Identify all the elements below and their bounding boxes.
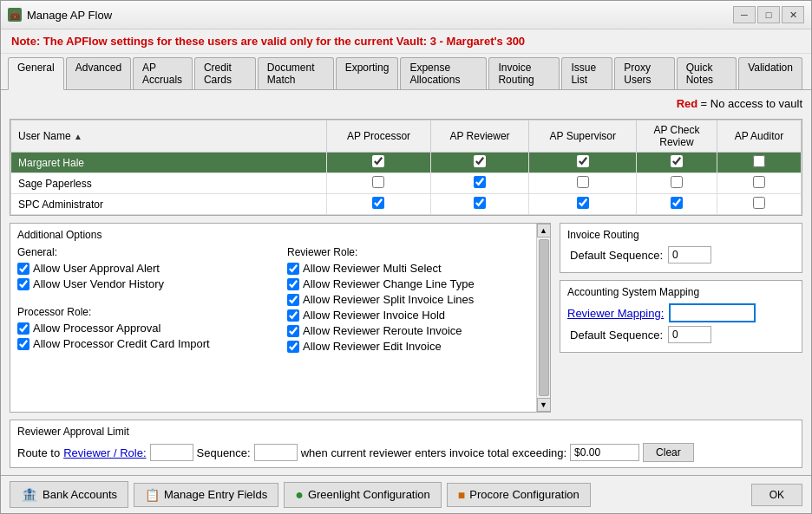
- col-ap-processor[interactable]: AP Processor: [327, 120, 430, 153]
- maximize-button[interactable]: □: [757, 6, 780, 23]
- tab-advanced[interactable]: Advanced: [66, 57, 131, 89]
- col-ap-supervisor[interactable]: AP Supervisor: [529, 120, 637, 153]
- reviewer-split-invoice-checkbox[interactable]: [287, 294, 299, 306]
- manage-entry-fields-button[interactable]: 📋 Manage Entry Fields: [134, 483, 278, 507]
- legend-description: = No access to vault: [701, 97, 802, 110]
- ap-reviewer-cell: [430, 194, 529, 215]
- minimize-button[interactable]: ─: [733, 6, 756, 23]
- reviewer-mapping-input[interactable]: [669, 303, 756, 322]
- tab-validation[interactable]: Validation: [738, 57, 802, 89]
- tab-credit-cards[interactable]: Credit Cards: [194, 57, 256, 89]
- ap-supervisor-checkbox[interactable]: [577, 176, 589, 188]
- ap-processor-checkbox[interactable]: [372, 197, 384, 209]
- processor-cc-import-checkbox[interactable]: [17, 338, 29, 350]
- col-ap-auditor[interactable]: AP Auditor: [717, 120, 801, 153]
- greenlight-label: Greenlight Configuration: [308, 488, 430, 501]
- reviewer-mapping-link[interactable]: Reviewer Mapping:: [567, 307, 664, 320]
- greenlight-configuration-button[interactable]: ● Greenlight Configuration: [284, 482, 442, 508]
- user-name-cell: SPC Administrator: [11, 194, 327, 215]
- reviewer-edit-invoice-label: Allow Reviewer Edit Invoice: [303, 340, 442, 353]
- reviewer-reroute-checkbox[interactable]: [287, 325, 299, 337]
- tab-quick-notes[interactable]: Quick Notes: [677, 57, 737, 89]
- additional-options-title: Additional Options: [17, 229, 543, 241]
- ap-reviewer-cell: [430, 173, 529, 194]
- option-reviewer-reroute: Allow Reviewer Reroute Invoice: [287, 324, 543, 337]
- ap-processor-cell: [327, 153, 430, 173]
- tab-document-match[interactable]: Document Match: [258, 57, 334, 89]
- tab-issue-list[interactable]: Issue List: [561, 57, 612, 89]
- bank-accounts-icon: 🏦: [21, 486, 38, 503]
- ap-check-review-cell: [637, 173, 717, 194]
- invoice-routing-sequence-input[interactable]: [668, 246, 711, 264]
- scroll-up-arrow[interactable]: ▲: [537, 224, 551, 237]
- ap-reviewer-checkbox[interactable]: [474, 197, 486, 209]
- col-ap-reviewer[interactable]: AP Reviewer: [430, 120, 529, 153]
- col-user-name[interactable]: User Name ▲: [11, 120, 327, 153]
- ap-check-review-checkbox[interactable]: [671, 197, 683, 209]
- ap-supervisor-cell: [529, 194, 637, 215]
- clear-button[interactable]: Clear: [643, 443, 694, 462]
- scrollbar[interactable]: ▲ ▼: [536, 224, 550, 412]
- reviewer-multi-select-label: Allow Reviewer Multi Select: [303, 262, 442, 275]
- ap-auditor-cell: [717, 173, 801, 194]
- ap-reviewer-checkbox[interactable]: [474, 155, 486, 167]
- tab-proxy-users[interactable]: Proxy Users: [614, 57, 674, 89]
- tab-general[interactable]: General: [8, 57, 64, 90]
- user-table: User Name ▲ AP Processor AP Reviewer AP …: [10, 119, 802, 216]
- window-title: Manage AP Flow: [27, 9, 728, 22]
- note-prefix: Note: The APFlow settings for these user…: [11, 35, 430, 48]
- accounting-sequence-input[interactable]: [668, 326, 711, 343]
- ap-auditor-checkbox[interactable]: [753, 155, 765, 167]
- ap-reviewer-checkbox[interactable]: [474, 176, 486, 188]
- reviewer-multi-select-checkbox[interactable]: [287, 263, 299, 275]
- additional-options-panel: Additional Options General: Allow User A…: [10, 223, 551, 413]
- scroll-thumb[interactable]: [539, 239, 549, 396]
- reviewer-edit-invoice-checkbox[interactable]: [287, 341, 299, 353]
- ap-check-review-checkbox[interactable]: [671, 176, 683, 188]
- when-label: when current reviewer enters invoice tot…: [301, 446, 566, 459]
- reviewer-invoice-hold-checkbox[interactable]: [287, 309, 299, 322]
- approval-alert-checkbox[interactable]: [17, 263, 29, 275]
- ap-check-review-checkbox[interactable]: [671, 155, 683, 167]
- bank-accounts-button[interactable]: 🏦 Bank Accounts: [10, 481, 128, 508]
- ap-processor-cell: [327, 173, 430, 194]
- reviewer-limit-row: Route to Reviewer / Role: Sequence: when…: [17, 443, 795, 462]
- ap-processor-checkbox[interactable]: [372, 176, 384, 188]
- ok-button[interactable]: OK: [751, 484, 802, 506]
- ap-processor-checkbox[interactable]: [372, 155, 384, 167]
- col-ap-check-review[interactable]: AP CheckReview: [637, 120, 717, 153]
- user-name-cell: Margaret Hale: [11, 153, 327, 173]
- tab-exporting[interactable]: Exporting: [336, 57, 399, 89]
- close-button[interactable]: ✕: [782, 6, 804, 23]
- vendor-history-checkbox[interactable]: [17, 278, 29, 290]
- reviewer-change-line-checkbox[interactable]: [287, 278, 299, 290]
- reviewer-route-input[interactable]: [150, 444, 193, 461]
- tab-invoice-routing[interactable]: Invoice Routing: [488, 57, 560, 89]
- sequence-input[interactable]: [254, 444, 298, 461]
- table-row[interactable]: Margaret Hale: [11, 153, 802, 173]
- option-processor-cc-import: Allow Processor Credit Card Import: [17, 337, 273, 350]
- processor-section-label: Processor Role:: [17, 306, 273, 318]
- processor-approval-checkbox[interactable]: [17, 322, 29, 335]
- accounting-sequence-row: Default Sequence:: [567, 326, 795, 343]
- reviewer-invoice-hold-label: Allow Reviewer Invoice Hold: [303, 309, 445, 322]
- table-row[interactable]: Sage Paperless: [11, 173, 802, 194]
- ap-processor-cell: [327, 194, 430, 215]
- amount-input[interactable]: [570, 444, 639, 461]
- options-columns: General: Allow User Approval Alert Allow…: [17, 246, 543, 355]
- ap-supervisor-checkbox[interactable]: [577, 155, 589, 167]
- manage-entry-fields-icon: 📋: [145, 488, 160, 502]
- manage-entry-fields-label: Manage Entry Fields: [164, 488, 267, 501]
- ap-auditor-checkbox[interactable]: [753, 176, 765, 188]
- procore-configuration-button[interactable]: ■ Procore Configuration: [447, 483, 591, 507]
- ap-supervisor-checkbox[interactable]: [577, 197, 589, 209]
- footer: 🏦 Bank Accounts 📋 Manage Entry Fields ● …: [1, 475, 811, 513]
- right-panels: Invoice Routing Default Sequence: Accoun…: [560, 223, 802, 413]
- table-row[interactable]: SPC Administrator: [11, 194, 802, 215]
- tab-expense-allocations[interactable]: Expense Allocations: [400, 57, 487, 89]
- tab-ap-accruals[interactable]: AP Accruals: [133, 57, 193, 89]
- scroll-down-arrow[interactable]: ▼: [537, 398, 551, 412]
- ap-auditor-checkbox[interactable]: [753, 197, 765, 209]
- reviewer-role-link[interactable]: Reviewer / Role:: [63, 446, 146, 459]
- ap-supervisor-cell: [529, 153, 637, 173]
